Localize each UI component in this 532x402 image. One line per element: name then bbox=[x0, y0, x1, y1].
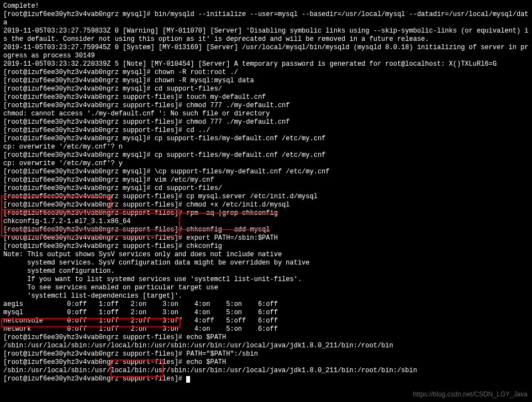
terminal-line: [root@izuf6ee30yhz3v4vab0ngrz mysql]# cd… bbox=[3, 184, 529, 193]
cursor bbox=[186, 376, 190, 383]
terminal-line: [root@izuf6ee30yhz3v4vab0ngrz support-fi… bbox=[3, 201, 529, 209]
terminal-line: [root@izuf6ee30yhz3v4vab0ngrz mysql]# ch… bbox=[3, 68, 529, 77]
terminal-line: To see services enabled on particular ta… bbox=[3, 284, 529, 292]
terminal-line: [root@izuf6ee30yhz3v4vab0ngrz support-fi… bbox=[3, 193, 529, 201]
terminal-line: 2019-11-05T03:23:27.759945Z 0 [System] [… bbox=[3, 44, 529, 60]
terminal-line: cp: overwrite '/etc/my.cnf'? y bbox=[3, 160, 529, 168]
terminal-line: [root@izuf6ee30yhz3v4vab0ngrz support-fi… bbox=[3, 209, 529, 218]
terminal-line: [root@izuf6ee30yhz3v4vab0ngrz support-fi… bbox=[3, 126, 529, 135]
terminal-line: [root@izuf6ee30yhz3v4vab0ngrz support-fi… bbox=[3, 375, 529, 383]
terminal-line: /sbin:/usr/local/sbin:/usr/local/bin:/us… bbox=[3, 367, 529, 375]
terminal-line: Note: This output shows SysV services on… bbox=[3, 251, 529, 259]
terminal-line: /sbin:/usr/local/sbin:/usr/local/bin:/us… bbox=[3, 342, 529, 350]
terminal-line: [root@izuf6ee30yhz3v4vab0ngrz support-fi… bbox=[3, 102, 529, 110]
terminal-line: 'systemctl list-dependencies [target]'. bbox=[3, 292, 529, 300]
terminal-line: chkconfig-1.7.2-1.el7_3.1.x86_64 bbox=[3, 218, 529, 226]
terminal-line: [root@izuf6ee30yhz3v4vab0ngrz support-fi… bbox=[3, 358, 529, 367]
terminal-line: [root@izuf6ee30yhz3v4vab0ngrz support-fi… bbox=[3, 350, 529, 358]
terminal-line: [root@izuf6ee30yhz3v4vab0ngrz mysql]# cp… bbox=[3, 151, 529, 160]
terminal-line: network 0:off 1:off 2:on 3:on 4:on 5:on … bbox=[3, 325, 529, 334]
terminal-line: chmod: cannot access './my-default.cnf '… bbox=[3, 110, 529, 118]
terminal-line: [root@izuf6ee30yhz3v4vab0ngrz support-fi… bbox=[3, 93, 529, 102]
terminal-line: [root@izuf6ee30yhz3v4vab0ngrz support-fi… bbox=[3, 234, 529, 242]
terminal-line: systemd services. SysV configuration dat… bbox=[3, 259, 529, 267]
terminal-line: netconsole 0:off 1:off 2:off 3:off 4:off… bbox=[3, 317, 529, 325]
terminal-line: [root@izuf6ee30yhz3v4vab0ngrz support-fi… bbox=[3, 242, 529, 251]
terminal-output[interactable]: Complete![root@izuf6ee30yhz3v4vab0ngrz m… bbox=[0, 0, 532, 387]
terminal-line: If you want to list systemd services use… bbox=[3, 276, 529, 284]
terminal-line: aegis 0:off 1:off 2:on 3:on 4:on 5:on 6:… bbox=[3, 300, 529, 309]
terminal-line: 2019-11-05T03:23:32.220339Z 5 [Note] [MY… bbox=[3, 60, 529, 68]
terminal-line: [root@izuf6ee30yhz3v4vab0ngrz support-fi… bbox=[3, 226, 529, 234]
terminal-line: [root@izuf6ee30yhz3v4vab0ngrz support-fi… bbox=[3, 334, 529, 342]
terminal-line: 2019-11-05T03:23:27.759833Z 0 [Warning] … bbox=[3, 27, 529, 44]
terminal-line: [root@izuf6ee30yhz3v4vab0ngrz mysql]# bi… bbox=[3, 10, 529, 27]
terminal-line: [root@izuf6ee30yhz3v4vab0ngrz mysql]# vi… bbox=[3, 176, 529, 184]
terminal-line: [root@izuf6ee30yhz3v4vab0ngrz mysql]# ch… bbox=[3, 77, 529, 85]
terminal-line: [root@izuf6ee30yhz3v4vab0ngrz mysql]# cp… bbox=[3, 135, 529, 143]
terminal-line: cp: overwrite '/etc/my.cnf'? n bbox=[3, 143, 529, 151]
terminal-line: systemd configuration. bbox=[3, 267, 529, 276]
terminal-line: [root@izuf6ee30yhz3v4vab0ngrz mysql]# \c… bbox=[3, 168, 529, 176]
terminal-line: Complete! bbox=[3, 2, 529, 10]
terminal-line: [root@izuf6ee30yhz3v4vab0ngrz mysql]# cd… bbox=[3, 85, 529, 93]
terminal-line: mysql 0:off 1:off 2:on 3:on 4:on 5:on 6:… bbox=[3, 309, 529, 317]
terminal-line: [root@izuf6ee30yhz3v4vab0ngrz support-fi… bbox=[3, 118, 529, 126]
